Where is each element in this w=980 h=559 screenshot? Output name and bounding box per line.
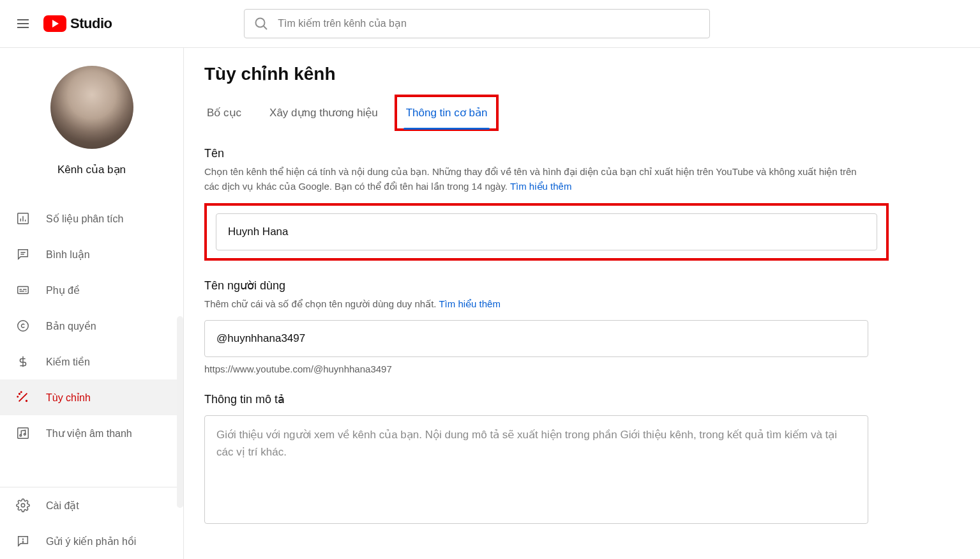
- feedback-icon: [15, 533, 31, 549]
- section-handle: Tên người dùng Thêm chữ cái và số để chọ…: [204, 279, 960, 374]
- tab-layout[interactable]: Bố cục: [204, 97, 244, 128]
- studio-wordmark: Studio: [70, 15, 112, 32]
- handle-input[interactable]: [204, 320, 868, 357]
- svg-point-23: [24, 433, 26, 435]
- monetization-icon: [15, 354, 31, 369]
- sidebar-item-comments[interactable]: Bình luận: [0, 236, 183, 272]
- svg-point-18: [26, 401, 27, 402]
- section-name-desc: Chọn tên kênh thể hiện cá tính và nội du…: [204, 164, 868, 194]
- sidebar-item-label: Số liệu phân tích: [46, 213, 123, 225]
- app-header: Studio: [0, 0, 980, 48]
- svg-rect-11: [18, 287, 29, 294]
- hamburger-menu-button[interactable]: [10, 11, 36, 36]
- sidebar-item-label: Cài đặt: [46, 500, 79, 512]
- learn-more-link[interactable]: Tìm hiểu thêm: [510, 181, 572, 192]
- subtitles-icon: [15, 282, 31, 298]
- sidebar-scrollbar[interactable]: [177, 316, 183, 508]
- svg-line-4: [264, 26, 267, 29]
- sidebar-item-customization[interactable]: Tùy chỉnh: [0, 379, 183, 415]
- sidebar-item-label: Tùy chỉnh: [46, 392, 91, 404]
- svg-rect-21: [18, 428, 29, 439]
- name-field-highlight: [204, 203, 889, 261]
- sidebar-bottom: Cài đặt Gửi ý kiến phản hồi: [0, 487, 183, 559]
- gear-icon: [15, 498, 31, 513]
- svg-point-19: [21, 392, 22, 392]
- svg-point-3: [256, 19, 265, 27]
- svg-point-17: [19, 394, 20, 395]
- sidebar-item-label: Phụ đề: [46, 284, 80, 296]
- analytics-icon: [15, 211, 31, 226]
- sidebar-item-label: Kiếm tiền: [46, 356, 90, 368]
- sidebar-item-label: Thư viện âm thanh: [46, 427, 132, 440]
- channel-block: Kênh của bạn: [0, 48, 183, 189]
- sidebar-item-copyright[interactable]: Bản quyền: [0, 308, 183, 344]
- svg-point-20: [17, 396, 18, 397]
- svg-point-16: [18, 321, 29, 332]
- search-icon: [253, 16, 269, 31]
- section-name: Tên Chọn tên kênh thể hiện cá tính và nộ…: [204, 147, 960, 261]
- magic-wand-icon: [15, 390, 31, 405]
- section-handle-desc: Thêm chữ cái và số để chọn tên người dùn…: [204, 296, 868, 311]
- sidebar-item-label: Bình luận: [46, 249, 90, 261]
- tab-branding[interactable]: Xây dựng thương hiệu: [267, 97, 381, 128]
- page-title: Tùy chỉnh kênh: [204, 63, 960, 84]
- sidebar-item-subtitles[interactable]: Phụ đề: [0, 272, 183, 308]
- search-box[interactable]: [244, 9, 710, 38]
- tab-basic-info[interactable]: Thông tin cơ bản: [403, 97, 490, 128]
- section-description: Thông tin mô tả: [204, 392, 960, 526]
- svg-point-22: [20, 434, 22, 436]
- learn-more-link-handle[interactable]: Tìm hiểu thêm: [439, 298, 501, 309]
- sidebar-nav: Số liệu phân tích Bình luận Phụ đề Bản q…: [0, 201, 183, 451]
- comments-icon: [15, 247, 31, 262]
- tab-basic-info-highlight: Thông tin cơ bản: [395, 95, 499, 131]
- section-handle-title: Tên người dùng: [204, 279, 960, 293]
- sidebar-item-feedback[interactable]: Gửi ý kiến phản hồi: [0, 523, 183, 559]
- svg-point-26: [22, 542, 23, 542]
- sidebar-item-label: Bản quyền: [46, 320, 96, 332]
- svg-point-24: [21, 503, 25, 507]
- section-name-title: Tên: [204, 147, 960, 160]
- sidebar-item-analytics[interactable]: Số liệu phân tích: [0, 201, 183, 236]
- studio-logo[interactable]: Studio: [43, 15, 112, 32]
- youtube-play-icon: [43, 15, 66, 32]
- channel-avatar[interactable]: [50, 66, 133, 149]
- channel-url: https://www.youtube.com/@huynhhana3497: [204, 364, 960, 374]
- channel-name-input[interactable]: [216, 213, 877, 250]
- section-handle-desc-text: Thêm chữ cái và số để chọn tên người dùn…: [204, 298, 439, 309]
- sidebar: Kênh của bạn Số liệu phân tích Bình luận…: [0, 48, 184, 559]
- sidebar-item-settings[interactable]: Cài đặt: [0, 487, 183, 523]
- sidebar-item-monetization[interactable]: Kiếm tiền: [0, 344, 183, 379]
- section-description-title: Thông tin mô tả: [204, 392, 960, 406]
- description-textarea[interactable]: [204, 415, 868, 524]
- channel-label: Kênh của bạn: [57, 163, 126, 176]
- search-input[interactable]: [278, 18, 700, 29]
- main-content: Tùy chỉnh kênh Bố cục Xây dựng thương hi…: [184, 48, 980, 559]
- audio-library-icon: [15, 425, 31, 441]
- sidebar-item-audio-library[interactable]: Thư viện âm thanh: [0, 415, 183, 451]
- copyright-icon: [15, 318, 31, 333]
- sidebar-item-label: Gửi ý kiến phản hồi: [46, 535, 136, 548]
- menu-icon: [15, 16, 31, 31]
- tabs: Bố cục Xây dựng thương hiệu Thông tin cơ…: [204, 97, 960, 129]
